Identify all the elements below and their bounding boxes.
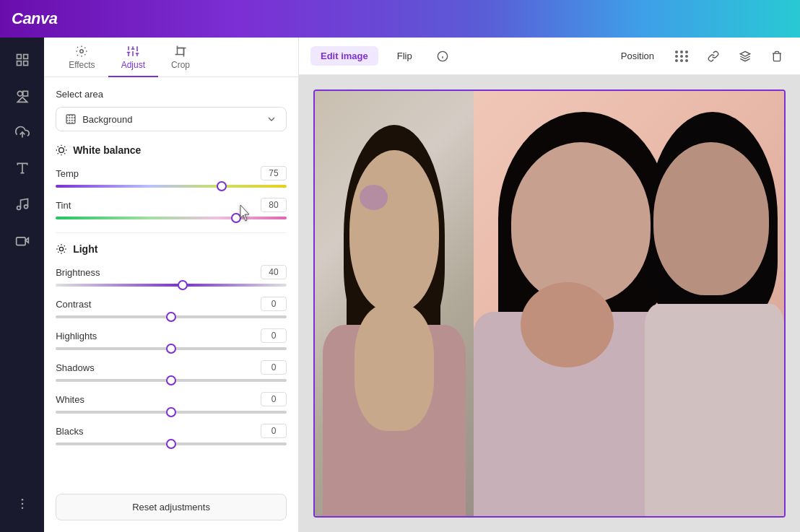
svg-point-4	[17, 91, 22, 96]
temp-label: Temp	[56, 168, 79, 179]
tab-crop[interactable]: Crop	[158, 38, 203, 77]
highlights-thumb[interactable]	[166, 344, 176, 354]
svg-rect-12	[16, 237, 25, 245]
svg-line-41	[58, 245, 58, 246]
svg-rect-2	[17, 61, 21, 66]
svg-line-42	[64, 252, 65, 253]
svg-rect-0	[17, 55, 21, 59]
position-grid-button[interactable]	[670, 45, 693, 68]
light-label: Light	[73, 243, 97, 255]
contrast-track[interactable]	[56, 315, 287, 318]
svg-line-32	[58, 147, 58, 147]
tint-thumb[interactable]	[231, 213, 241, 223]
position-label: Position	[621, 51, 654, 61]
trash-button[interactable]	[765, 45, 788, 68]
svg-rect-1	[23, 55, 27, 59]
svg-point-15	[21, 503, 23, 505]
sidebar-item-more[interactable]	[6, 487, 39, 520]
contrast-label: Contrast	[56, 299, 91, 310]
layers-button[interactable]	[734, 45, 757, 68]
contrast-thumb[interactable]	[166, 312, 176, 322]
tab-crop-label: Crop	[171, 60, 190, 70]
area-dropdown[interactable]: Background	[56, 107, 287, 131]
whites-track[interactable]	[56, 411, 287, 414]
tab-bar: Effects Adjust Crop	[44, 38, 298, 77]
svg-point-10	[17, 206, 20, 210]
tab-effects[interactable]: Effects	[56, 38, 108, 77]
temp-track[interactable]	[56, 185, 287, 188]
svg-line-33	[64, 153, 65, 154]
canvas-content[interactable]	[299, 75, 800, 532]
temp-value: 75	[261, 166, 287, 180]
trash-icon	[771, 51, 783, 62]
blacks-track[interactable]	[56, 442, 287, 445]
brightness-slider-row: Brightness 40	[56, 265, 287, 287]
white-balance-icon	[56, 144, 67, 156]
select-area-section: Select area Background	[56, 89, 287, 131]
svg-line-36	[58, 153, 58, 154]
brightness-track[interactable]	[56, 284, 287, 287]
brightness-label: Brightness	[56, 267, 100, 278]
edit-image-button[interactable]: Edit image	[310, 46, 378, 66]
svg-rect-5	[22, 91, 27, 96]
temp-slider-row: Temp 75	[56, 166, 287, 188]
svg-marker-6	[17, 97, 27, 103]
whites-label: Whites	[56, 394, 84, 405]
link-button[interactable]	[702, 45, 725, 68]
flip-button[interactable]: Flip	[387, 46, 422, 66]
area-dropdown-value: Background	[82, 114, 132, 125]
temp-thumb[interactable]	[217, 181, 227, 191]
svg-point-16	[21, 507, 23, 510]
svg-line-46	[64, 245, 65, 246]
blacks-thumb[interactable]	[166, 439, 176, 449]
svg-marker-50	[740, 51, 749, 56]
svg-rect-3	[23, 61, 27, 66]
white-balance-section: White balance Temp 75 Tint 8	[56, 144, 287, 219]
wb-light-divider	[56, 232, 287, 233]
blacks-slider-row: Blacks 0	[56, 424, 287, 445]
layers-icon	[739, 51, 751, 62]
position-dots-icon	[672, 48, 692, 65]
highlights-track[interactable]	[56, 347, 287, 350]
svg-line-45	[58, 252, 58, 253]
shadows-slider-row: Shadows 0	[56, 360, 287, 382]
whites-slider-row: Whites 0	[56, 392, 287, 414]
sidebar-panel: Effects Adjust Crop Select area Backgrou…	[44, 38, 299, 532]
info-icon	[437, 51, 448, 62]
canvas-toolbar: Edit image Flip Position	[299, 38, 800, 75]
whites-thumb[interactable]	[166, 407, 176, 417]
sidebar-item-templates[interactable]	[6, 43, 39, 77]
highlights-value: 0	[261, 328, 287, 343]
area-dropdown-icon	[65, 113, 77, 125]
link-icon	[708, 51, 719, 62]
shadows-label: Shadows	[56, 362, 94, 373]
position-button[interactable]: Position	[614, 46, 661, 66]
svg-rect-27	[177, 48, 183, 55]
light-section: Light Brightness 40 Contrast	[56, 243, 287, 445]
image-container	[313, 90, 786, 518]
svg-point-17	[80, 50, 84, 53]
brightness-thumb[interactable]	[178, 280, 188, 290]
sidebar-item-video[interactable]	[6, 224, 39, 257]
blacks-value: 0	[261, 424, 287, 438]
sidebar-item-audio[interactable]	[6, 188, 39, 221]
sidebar-item-text[interactable]	[6, 152, 39, 185]
topbar: Canva	[0, 0, 800, 38]
highlights-slider-row: Highlights 0	[56, 328, 287, 350]
contrast-slider-row: Contrast 0	[56, 297, 287, 318]
shadows-track[interactable]	[56, 379, 287, 382]
brightness-value: 40	[261, 265, 287, 279]
reset-adjustments-button[interactable]: Reset adjustments	[56, 494, 287, 520]
info-button[interactable]	[431, 45, 454, 68]
contrast-value: 0	[261, 297, 287, 311]
sidebar-item-uploads[interactable]	[6, 115, 39, 149]
light-icon	[56, 243, 67, 255]
sidebar-item-elements[interactable]	[6, 79, 39, 113]
tab-adjust[interactable]: Adjust	[108, 38, 158, 77]
shadows-thumb[interactable]	[166, 375, 176, 385]
canva-logo: Canva	[12, 9, 58, 28]
tint-track[interactable]	[56, 217, 287, 219]
svg-line-37	[64, 147, 65, 147]
sidebar-content: Select area Background White balance	[44, 77, 298, 488]
svg-point-11	[24, 205, 27, 209]
